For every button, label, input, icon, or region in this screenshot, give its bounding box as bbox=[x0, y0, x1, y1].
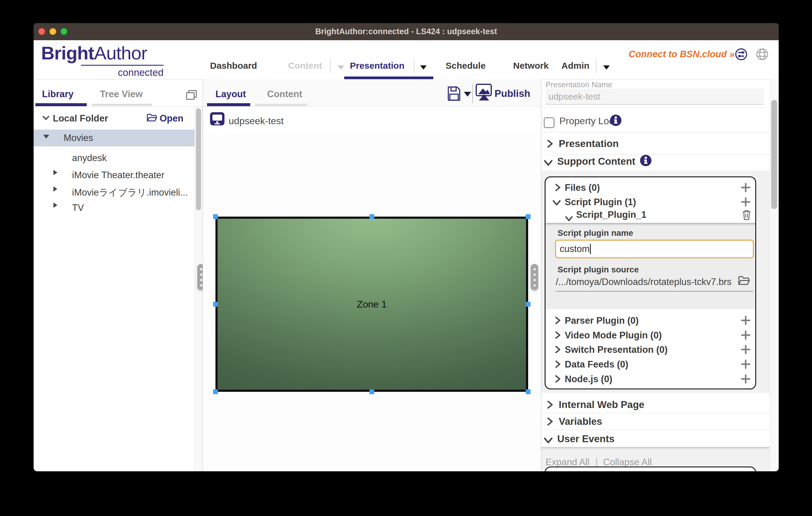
chevron-down-icon[interactable] bbox=[552, 198, 561, 207]
user-events-box-partial bbox=[545, 466, 756, 471]
tree-collapsed-caret-icon[interactable] bbox=[53, 186, 57, 192]
group-script-plugin[interactable]: Script Plugin (1) bbox=[565, 197, 636, 208]
nav-dashboard[interactable]: Dashboard bbox=[210, 61, 257, 71]
zone-handle-top-right[interactable] bbox=[526, 214, 530, 219]
chevron-right-icon[interactable] bbox=[554, 360, 561, 368]
script-plugin-item[interactable]: Script_Plugin_1 bbox=[576, 209, 646, 220]
zone-handle-mid-right[interactable] bbox=[526, 302, 530, 307]
accordion-variables[interactable]: Variables bbox=[559, 416, 602, 427]
zone-handle-mid-left[interactable] bbox=[213, 302, 218, 307]
presentation-name-label: Presentation Name bbox=[546, 80, 612, 89]
tab-tree-view[interactable]: Tree View bbox=[100, 89, 143, 100]
popout-panel-icon[interactable] bbox=[186, 90, 197, 100]
save-icon[interactable] bbox=[446, 86, 462, 101]
chevron-right-icon[interactable] bbox=[554, 331, 561, 339]
tree-view-tab-underline bbox=[92, 104, 152, 106]
chevron-right-icon[interactable] bbox=[554, 345, 561, 354]
chevron-down-icon[interactable] bbox=[42, 114, 50, 122]
accordion-internal-web-page[interactable]: Internal Web Page bbox=[559, 399, 644, 411]
accordion-user-events[interactable]: User Events bbox=[557, 433, 614, 445]
publish-icon[interactable] bbox=[475, 83, 492, 101]
add-video-mode-plus-icon[interactable] bbox=[741, 330, 751, 340]
nav-presentation[interactable]: Presentation bbox=[350, 61, 405, 71]
group-switch-presentation[interactable]: Switch Presentation (0) bbox=[565, 344, 668, 355]
nav-network[interactable]: Network bbox=[513, 61, 549, 71]
properties-scrollbar-thumb[interactable] bbox=[771, 100, 777, 209]
library-scrollbar-thumb[interactable] bbox=[196, 108, 201, 210]
open-button[interactable]: Open bbox=[160, 113, 183, 124]
info-icon[interactable] bbox=[610, 114, 622, 126]
presentation-dropdown-caret-icon[interactable] bbox=[420, 65, 427, 70]
group-files[interactable]: Files (0) bbox=[565, 182, 600, 193]
add-data-feeds-plus-icon[interactable] bbox=[741, 359, 751, 369]
expand-all-link[interactable]: Expand All bbox=[546, 457, 590, 468]
property-lock-checkbox[interactable] bbox=[544, 117, 554, 128]
tab-library[interactable]: Library bbox=[42, 89, 74, 100]
chevron-right-icon[interactable] bbox=[554, 184, 561, 191]
tree-expanded-caret-icon[interactable] bbox=[43, 135, 49, 139]
connect-to-bsn-link[interactable]: Connect to BSN.cloud » bbox=[629, 49, 734, 60]
library-tab-underline bbox=[35, 103, 87, 106]
chevron-down-icon[interactable] bbox=[544, 158, 553, 167]
group-parser-plugin[interactable]: Parser Plugin (0) bbox=[565, 315, 639, 326]
text-cursor bbox=[590, 244, 591, 254]
admin-dropdown-caret-icon[interactable] bbox=[603, 65, 610, 70]
globe-icon[interactable] bbox=[756, 48, 768, 61]
accordion-support-content[interactable]: Support Content bbox=[557, 156, 635, 167]
add-nodejs-plus-icon[interactable] bbox=[741, 374, 751, 384]
tree-row-selected[interactable] bbox=[34, 130, 195, 146]
divider bbox=[541, 430, 770, 430]
presentation-name-input[interactable]: udpseek-test bbox=[546, 89, 764, 105]
tree-item-movies[interactable]: Movies bbox=[64, 132, 93, 143]
tab-content[interactable]: Content bbox=[267, 89, 302, 100]
accordion-presentation[interactable]: Presentation bbox=[559, 138, 619, 149]
chevron-right-icon[interactable] bbox=[554, 316, 561, 324]
logo-underline bbox=[81, 65, 164, 66]
save-dropdown-caret-icon[interactable] bbox=[464, 92, 471, 97]
group-video-mode-plugin[interactable]: Video Mode Plugin (0) bbox=[565, 330, 662, 341]
content-dropdown-caret-icon[interactable] bbox=[338, 65, 344, 70]
monitor-icon bbox=[210, 112, 225, 127]
divider bbox=[541, 108, 770, 108]
tree-item[interactable]: iMovie Theater.theater bbox=[72, 170, 165, 181]
tree-item[interactable]: TV bbox=[72, 203, 84, 213]
nav-content[interactable]: Content bbox=[288, 61, 322, 71]
nav-admin[interactable]: Admin bbox=[561, 61, 589, 71]
tree-collapsed-caret-icon[interactable] bbox=[53, 203, 57, 208]
zone-handle-bottom-mid[interactable] bbox=[369, 389, 374, 394]
add-files-plus-icon[interactable] bbox=[741, 182, 751, 192]
add-switch-presentation-plus-icon[interactable] bbox=[741, 344, 751, 355]
local-folder-label[interactable]: Local Folder bbox=[53, 113, 108, 124]
script-plugin-name-input[interactable]: custom bbox=[555, 240, 754, 258]
chevron-right-icon[interactable] bbox=[546, 417, 554, 426]
trash-icon[interactable] bbox=[741, 209, 752, 220]
info-icon[interactable] bbox=[640, 154, 652, 166]
transfer-icon[interactable] bbox=[735, 48, 748, 61]
tree-item[interactable]: iMovieライブラリ.imovieli... bbox=[72, 186, 188, 199]
group-nodejs[interactable]: Node.js (0) bbox=[565, 374, 612, 385]
zone-1[interactable]: Zone 1 bbox=[215, 217, 528, 392]
zone-handle-top-left[interactable] bbox=[213, 214, 218, 219]
chevron-down-icon[interactable] bbox=[544, 435, 553, 445]
zone-label: Zone 1 bbox=[218, 219, 526, 390]
chevron-right-icon[interactable] bbox=[546, 400, 554, 409]
add-parser-plugin-plus-icon[interactable] bbox=[741, 315, 751, 326]
folder-open-icon[interactable] bbox=[146, 113, 157, 123]
tab-layout[interactable]: Layout bbox=[215, 89, 246, 100]
publish-button[interactable]: Publish bbox=[495, 88, 530, 99]
tree-collapsed-caret-icon[interactable] bbox=[53, 170, 57, 175]
browse-folder-open-icon[interactable] bbox=[737, 275, 750, 286]
chevron-right-icon[interactable] bbox=[546, 140, 554, 148]
zone-handle-bottom-right[interactable] bbox=[526, 389, 530, 394]
collapse-all-link[interactable]: Collapse All bbox=[603, 457, 652, 468]
canvas-presentation-name: udpseek-test bbox=[229, 116, 284, 127]
tree-item[interactable]: anydesk bbox=[72, 153, 107, 163]
group-data-feeds[interactable]: Data Feeds (0) bbox=[565, 359, 628, 370]
add-script-plugin-plus-icon[interactable] bbox=[741, 197, 751, 207]
nav-schedule[interactable]: Schedule bbox=[445, 61, 486, 71]
zone-handle-top-mid[interactable] bbox=[369, 214, 374, 219]
right-splitter-handle[interactable] bbox=[530, 263, 539, 291]
zone-handle-bottom-left[interactable] bbox=[213, 389, 218, 394]
chevron-down-icon[interactable] bbox=[565, 214, 573, 222]
chevron-right-icon[interactable] bbox=[554, 375, 561, 383]
